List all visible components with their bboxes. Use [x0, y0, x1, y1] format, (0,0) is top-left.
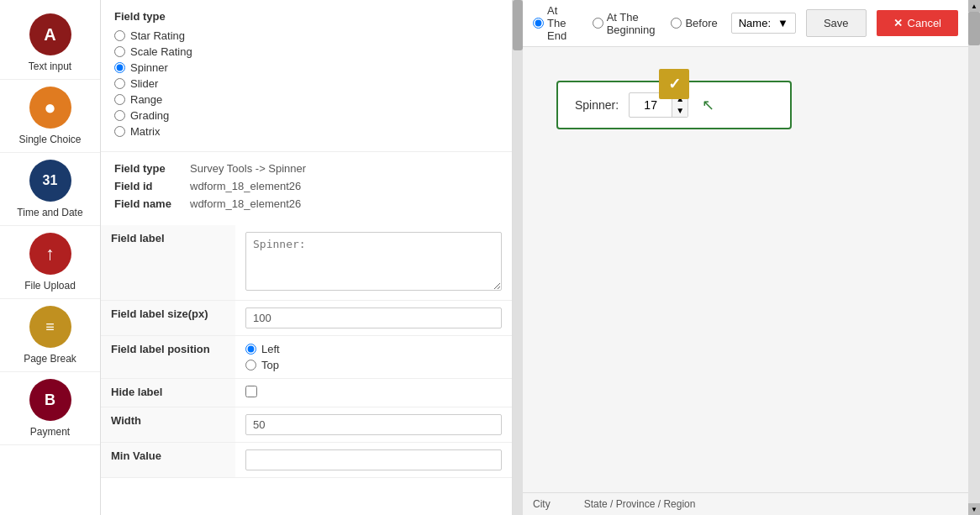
position-top-option[interactable]: Top — [245, 359, 502, 371]
radio-spinner[interactable]: Spinner — [114, 61, 498, 74]
radio-range-label: Range — [130, 93, 162, 106]
position-left-option[interactable]: Left — [245, 343, 502, 355]
sidebar-item-single-choice-label: Single Choice — [18, 134, 81, 145]
field-type-section: Field type Star Rating Scale Rating Spin… — [101, 0, 512, 152]
field-label-size-row: Field label size(px) — [101, 301, 512, 336]
radio-scale-rating-input[interactable] — [114, 46, 125, 57]
position-at-end-label: At The End — [547, 4, 579, 42]
sidebar-item-page-break-label: Page Break — [24, 353, 76, 365]
min-value-key: Min Value — [101, 443, 235, 478]
time-date-icon: 31 — [29, 160, 71, 202]
radio-spinner-input[interactable] — [114, 62, 125, 73]
position-at-beginning-label: At The Beginning — [607, 11, 658, 36]
field-label-size-key: Field label size(px) — [101, 301, 235, 336]
field-label-size-input[interactable] — [245, 307, 502, 328]
field-id-key: Field id — [114, 180, 190, 192]
right-scrollbar-thumb[interactable] — [968, 12, 980, 45]
radio-matrix[interactable]: Matrix — [114, 125, 498, 138]
radio-grading[interactable]: Grading — [114, 109, 498, 122]
position-at-end-radio[interactable] — [533, 18, 544, 29]
radio-matrix-input[interactable] — [114, 126, 125, 137]
position-left-radio[interactable] — [245, 344, 256, 355]
position-before-label: Before — [685, 17, 717, 29]
name-dropdown-label: Name: — [739, 17, 771, 29]
field-label-position-row: Field label position Left Top — [101, 336, 512, 379]
radio-star-rating-input[interactable] — [114, 30, 125, 41]
sidebar-item-file-upload-label: File Upload — [24, 280, 76, 292]
sidebar-item-file-upload[interactable]: ↑ File Upload — [0, 226, 100, 299]
radio-spinner-label: Spinner — [130, 61, 168, 74]
radio-range-input[interactable] — [114, 94, 125, 105]
save-button[interactable]: Save — [806, 9, 867, 37]
middle-panel: Field type Star Rating Scale Rating Spin… — [101, 0, 513, 515]
sidebar-item-single-choice[interactable]: ● Single Choice — [0, 80, 100, 153]
cancel-label: Cancel — [908, 17, 941, 29]
position-top-radio[interactable] — [245, 360, 256, 370]
name-dropdown[interactable]: Name: ▼ — [731, 13, 796, 34]
position-at-beginning-radio[interactable] — [593, 18, 603, 29]
radio-slider-input[interactable] — [114, 78, 125, 89]
bottom-bar: City State / Province / Region — [523, 492, 968, 515]
radio-scale-rating[interactable]: Scale Rating — [114, 45, 498, 58]
hide-label-checkbox[interactable] — [245, 386, 257, 397]
city-label: City — [533, 498, 551, 510]
radio-range[interactable]: Range — [114, 93, 498, 106]
main-area: At The End At The Beginning Before Name:… — [523, 0, 968, 515]
sidebar-item-text-input-label: Text input — [29, 60, 71, 72]
spinner-confirm-button[interactable]: ✓ — [659, 69, 689, 99]
radio-scale-rating-label: Scale Rating — [130, 45, 192, 58]
collapse-icon[interactable]: ↖ — [702, 96, 714, 114]
field-label-row: Field label — [101, 225, 512, 301]
page-break-icon: ≡ — [29, 306, 71, 348]
field-label-input[interactable] — [245, 232, 502, 291]
field-label-key: Field label — [101, 225, 235, 301]
field-type-title: Field type — [114, 10, 498, 23]
spinner-down-button[interactable]: ▼ — [672, 105, 688, 117]
file-upload-icon: ↑ — [29, 233, 71, 275]
width-key: Width — [101, 407, 235, 443]
sidebar-item-text-input[interactable]: A Text input — [0, 7, 100, 80]
sidebar-item-time-date[interactable]: 31 Time and Date — [0, 153, 100, 226]
sidebar-item-page-break[interactable]: ≡ Page Break — [0, 299, 100, 372]
dropdown-arrow-icon: ▼ — [777, 17, 788, 29]
radio-star-rating[interactable]: Star Rating — [114, 29, 498, 42]
spinner-widget: ✓ Spinner: ▲ ▼ ↖ — [556, 81, 792, 129]
right-scrollbar-down[interactable]: ▼ — [968, 503, 980, 515]
payment-icon: B — [29, 379, 71, 421]
field-info-section: Field type Survey Tools -> Spinner Field… — [101, 152, 512, 225]
position-at-beginning-option[interactable]: At The Beginning — [593, 11, 658, 36]
field-label-position-key: Field label position — [101, 336, 235, 379]
position-before-radio[interactable] — [671, 18, 682, 29]
field-label-size-cell — [235, 301, 512, 336]
field-type-val: Survey Tools -> Spinner — [190, 162, 306, 175]
cancel-button[interactable]: ✕ Cancel — [877, 10, 958, 36]
field-name-row: Field name wdform_18_element26 — [114, 197, 498, 210]
radio-grading-input[interactable] — [114, 110, 125, 121]
width-input[interactable] — [245, 414, 502, 435]
position-at-end-option[interactable]: At The End — [533, 4, 579, 42]
form-properties-table: Field label Field label size(px) Field l… — [101, 225, 512, 478]
sidebar-item-time-date-label: Time and Date — [17, 207, 82, 218]
radio-star-rating-label: Star Rating — [130, 29, 185, 42]
radio-matrix-label: Matrix — [130, 125, 160, 138]
position-top-label: Top — [261, 359, 279, 371]
hide-label-row: Hide label — [101, 379, 512, 407]
middle-scrollbar-thumb[interactable] — [513, 0, 523, 50]
field-type-row: Field type Survey Tools -> Spinner — [114, 162, 498, 175]
preview-area: ✓ Spinner: ▲ ▼ ↖ — [523, 47, 968, 492]
cancel-x-icon: ✕ — [893, 17, 903, 29]
min-value-input[interactable] — [245, 449, 502, 470]
sidebar-item-payment[interactable]: B Payment — [0, 372, 100, 445]
spinner-label: Spinner: — [575, 98, 619, 112]
position-options: At The End At The Beginning Before Name:… — [533, 4, 796, 42]
field-label-position-cell: Left Top — [235, 336, 512, 379]
right-scrollbar-up[interactable]: ▲ — [968, 0, 980, 12]
radio-slider-label: Slider — [130, 77, 158, 90]
hide-label-cell — [235, 379, 512, 407]
state-label: State / Province / Region — [584, 498, 696, 510]
position-before-option[interactable]: Before — [671, 17, 717, 29]
radio-slider[interactable]: Slider — [114, 77, 498, 90]
middle-scrollbar[interactable] — [513, 0, 523, 515]
field-label-cell — [235, 225, 512, 301]
right-scrollbar[interactable]: ▲ ▼ — [968, 0, 980, 515]
